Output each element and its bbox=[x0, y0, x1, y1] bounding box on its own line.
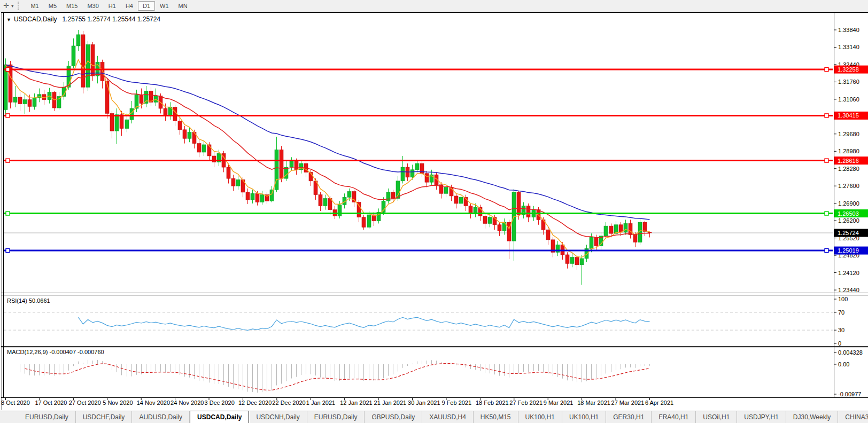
tab-usdchf-daily[interactable]: USDCHF,Daily bbox=[76, 411, 133, 423]
date-tick-label: 18 Feb 2021 bbox=[476, 400, 509, 406]
tab-xauusd-h4[interactable]: XAUUSD,H4 bbox=[422, 411, 474, 423]
ma-5-line bbox=[6, 60, 650, 257]
timeframe-button-W1[interactable]: W1 bbox=[155, 1, 174, 11]
date-tick-label: 9 Mar 2021 bbox=[544, 400, 574, 406]
level-price-label: 1.25019 bbox=[838, 247, 859, 254]
price-tick-label: 1.26900 bbox=[838, 200, 859, 207]
level-price-label: 1.28616 bbox=[838, 158, 859, 164]
date-tick-label: 22 Dec 2020 bbox=[272, 400, 305, 406]
date-tick-label: 24 Nov 2020 bbox=[170, 400, 204, 406]
cursor-dropdown-caret-icon[interactable]: ▾ bbox=[11, 3, 14, 9]
timeframe-button-M30[interactable]: M30 bbox=[82, 1, 103, 11]
date-tick-label: 8 Oct 2020 bbox=[1, 400, 30, 406]
timeframe-button-M5[interactable]: M5 bbox=[44, 1, 61, 11]
price-tick-label: 1.31060 bbox=[838, 96, 859, 103]
rsi-scale-label: 0 bbox=[838, 340, 841, 347]
price-tick-label: 1.23440 bbox=[838, 287, 859, 293]
tab-usdcad-daily[interactable]: USDCAD,Daily bbox=[190, 411, 249, 423]
price-tick-label: 1.28280 bbox=[838, 166, 859, 172]
price-tick-label: 1.33840 bbox=[838, 27, 859, 33]
macd-histogram bbox=[20, 360, 650, 393]
date-tick-label: 27 Mar 2021 bbox=[611, 400, 645, 406]
date-tick-label: 12 Jan 2021 bbox=[340, 400, 373, 406]
level-line-1.25019[interactable]: 1.25019 bbox=[4, 247, 868, 255]
level-price-label: 1.32258 bbox=[838, 66, 859, 73]
toolbar-grip bbox=[18, 2, 21, 10]
tab-eurusd-daily[interactable]: EURUSD,Daily bbox=[18, 411, 76, 423]
date-tick-label: 30 Jan 2021 bbox=[408, 400, 440, 406]
date-tick-label: 27 Oct 2020 bbox=[69, 400, 101, 406]
chart-symbol-label: USDCAD,Daily bbox=[14, 15, 57, 23]
tab-usdcnh-daily[interactable]: USDCNH,Daily bbox=[249, 411, 307, 423]
price-tick-label: 1.28980 bbox=[838, 148, 859, 154]
date-tick-label: 6 Apr 2021 bbox=[645, 400, 673, 406]
chart-canvas[interactable]: 1.338401.331401.324401.317601.310601.303… bbox=[0, 0, 868, 423]
date-tick-label: 17 Oct 2020 bbox=[35, 400, 67, 406]
level-price-label: 1.30415 bbox=[838, 112, 859, 119]
date-tick-label: 9 Feb 2021 bbox=[441, 400, 471, 406]
tab-audusd-daily[interactable]: AUDUSD,Daily bbox=[132, 411, 190, 423]
chart-ohlc-values: 1.25755 1.25774 1.25544 1.25724 bbox=[63, 15, 161, 23]
date-tick-label: 5 Nov 2020 bbox=[103, 400, 133, 406]
tab-china300-h1[interactable]: CHINA300,H1 bbox=[838, 411, 868, 423]
rsi-pane: 10070300 bbox=[4, 296, 848, 347]
timeframe-button-M1[interactable]: M1 bbox=[26, 1, 43, 11]
trading-app-window: { "colors": { "bull": "#10c32e", "bear":… bbox=[0, 0, 868, 423]
crosshair-tool-icon[interactable]: ✛ bbox=[3, 0, 9, 12]
date-tick-label: 27 Feb 2021 bbox=[509, 400, 542, 406]
level-line-1.26503[interactable]: 1.26503 bbox=[4, 209, 868, 217]
rsi-indicator-label: RSI(14) 50.0661 bbox=[7, 297, 50, 304]
price-tick-label: 1.31760 bbox=[838, 79, 859, 85]
toolbar: ✛ ▾ M1M5M15M30H1H4D1W1MN bbox=[0, 0, 868, 12]
tab-eurusd-daily[interactable]: EURUSD,Daily bbox=[307, 411, 365, 423]
tab-hk50-m15[interactable]: HK50,M15 bbox=[474, 411, 518, 423]
chart-title: ▼USDCAD,Daily1.25755 1.25774 1.25544 1.2… bbox=[6, 15, 160, 23]
panel-borders bbox=[1, 13, 868, 410]
date-tick-label: 12 Dec 2020 bbox=[238, 400, 272, 406]
date-tick-label: 3 Dec 2020 bbox=[205, 400, 235, 406]
tab-fra40-h1[interactable]: FRA40,H1 bbox=[652, 411, 696, 423]
price-tick-label: 1.29680 bbox=[838, 131, 859, 137]
price-tick-label: 1.24120 bbox=[838, 270, 859, 276]
macd-signal-line bbox=[25, 364, 650, 390]
date-tick-label: 18 Mar 2021 bbox=[577, 400, 610, 406]
ma-21-line bbox=[6, 65, 650, 238]
macd-scale-label: 0.00 bbox=[838, 361, 849, 367]
date-axis[interactable]: 8 Oct 202017 Oct 202027 Oct 20205 Nov 20… bbox=[1, 398, 673, 406]
rsi-scale-label: 100 bbox=[838, 296, 848, 302]
tab-usdjpy-h1[interactable]: USDJPY,H1 bbox=[737, 411, 786, 423]
current-price-label: 1.25724 bbox=[834, 229, 868, 237]
macd-pane: 0.0043280.00-0.00977 bbox=[20, 349, 863, 397]
level-price-label: 1.26503 bbox=[838, 210, 859, 217]
timeframe-button-H1[interactable]: H1 bbox=[104, 1, 121, 11]
tab-ger30-h1[interactable]: GER30,H1 bbox=[606, 411, 652, 423]
timeframe-button-M15[interactable]: M15 bbox=[61, 1, 82, 11]
level-line-1.32258[interactable]: 1.32258 bbox=[4, 66, 868, 74]
macd-scale-label: 0.004328 bbox=[838, 349, 863, 356]
timeframe-button-D1[interactable]: D1 bbox=[138, 1, 155, 11]
timeframe-button-H4[interactable]: H4 bbox=[121, 1, 138, 11]
timeframe-button-group: M1M5M15M30H1H4D1W1MN bbox=[26, 1, 192, 11]
macd-indicator-label: MACD(12,26,9) -0.000407 -0.000760 bbox=[7, 349, 104, 355]
rsi-scale-label: 30 bbox=[838, 327, 844, 333]
rsi-line bbox=[79, 317, 650, 330]
tab-uk100-h1[interactable]: UK100,H1 bbox=[562, 411, 606, 423]
price-tick-label: 1.26200 bbox=[838, 217, 859, 224]
date-tick-label: 1 Jan 2021 bbox=[306, 400, 335, 406]
date-tick-label: 14 Nov 2020 bbox=[137, 400, 170, 406]
tab-usoil-h1[interactable]: USOil,H1 bbox=[696, 411, 737, 423]
symbol-dropdown-icon[interactable]: ▼ bbox=[6, 17, 11, 22]
moving-average-lines bbox=[6, 60, 650, 257]
rsi-scale-label: 70 bbox=[838, 309, 844, 316]
price-tick-label: 1.33140 bbox=[838, 44, 859, 50]
tab-uk100-h1[interactable]: UK100,H1 bbox=[518, 411, 562, 423]
tab-dj30-weekly[interactable]: DJ30,Weekly bbox=[786, 411, 838, 423]
tab-gbpusd-daily[interactable]: GBPUSD,Daily bbox=[365, 411, 422, 423]
chart-tab-bar: EURUSD,DailyUSDCHF,DailyAUDUSD,DailyUSDC… bbox=[0, 411, 868, 423]
date-tick-label: 21 Jan 2021 bbox=[374, 400, 407, 406]
timeframe-button-MN[interactable]: MN bbox=[174, 1, 192, 11]
price-tick-label: 1.27600 bbox=[838, 183, 859, 189]
svg-text:1.25724: 1.25724 bbox=[838, 230, 859, 236]
macd-scale-label: -0.00977 bbox=[838, 391, 861, 397]
level-line-1.28616[interactable]: 1.28616 bbox=[4, 156, 868, 164]
